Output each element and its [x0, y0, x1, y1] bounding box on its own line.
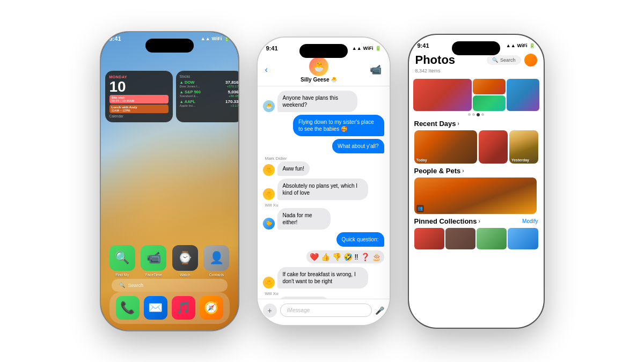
- stock-aapl-val: 170.33: [225, 99, 238, 104]
- dock-mail[interactable]: ✉️: [144, 296, 167, 320]
- msg-bubble-4: Aww fun!: [277, 161, 310, 176]
- app-facetime-label: FaceTime: [145, 273, 162, 277]
- msg-row-8: 🐥 If cake for breakfast is wrong, I don'…: [263, 267, 384, 289]
- msg-row-1: 🐣 Anyone have plans this weekend?: [263, 91, 384, 112]
- tapback-emojis: ❤️👍👎🤣‼️❓🎂: [306, 250, 384, 263]
- conversation-info[interactable]: 🐣 Silly Geese 🐣: [301, 57, 337, 83]
- pinned-collections-section: Pinned Collections › Modify: [409, 217, 544, 249]
- featured-thumb-3[interactable]: [473, 95, 506, 111]
- stock-sp-sub: Standard &...: [180, 94, 201, 98]
- video-call-button[interactable]: 📹: [370, 64, 382, 76]
- featured-thumb-4[interactable]: [507, 79, 539, 111]
- msg-bubble-7: Quick question:: [336, 232, 384, 247]
- msg-row-3: What about y'all?: [263, 139, 384, 153]
- photos-title: Photos: [415, 53, 456, 67]
- stock-dow-name: ▲ DOW: [180, 80, 200, 85]
- photos-search-label: Search: [500, 57, 516, 63]
- msg-bubble-5: Absolutely no plans yet, which I kind of…: [277, 179, 369, 200]
- cal-event-2: Lunch with Andy 11AM – 12PM: [109, 105, 169, 113]
- back-button[interactable]: ‹: [265, 65, 268, 75]
- sender-will2: Will Xu: [263, 291, 279, 296]
- recent-yesterday[interactable]: Yesterday: [509, 130, 538, 164]
- dock-compass[interactable]: 🧭: [200, 296, 223, 320]
- app-watch[interactable]: ⌚ Watch: [172, 245, 199, 277]
- cal-event-1: Site visit 10:15 – 10:45AM: [109, 95, 169, 104]
- stock-dow-chg: +570.17: [225, 85, 238, 88]
- featured-thumb-2[interactable]: [473, 79, 506, 94]
- stock-aapl-name: ▲ AAPL: [180, 99, 196, 104]
- user-avatar[interactable]: [524, 54, 537, 67]
- pinned-thumb-3[interactable]: [477, 228, 507, 249]
- msg-bubble-2: Flying down to my sister's place to see …: [293, 115, 384, 136]
- pinned-arrow[interactable]: ›: [479, 218, 480, 224]
- photos-search-button[interactable]: 🔍 Search: [487, 55, 521, 65]
- stock-sp-name: ▲ S&P 500: [180, 90, 201, 94]
- stocks-widget[interactable]: Stocks ▲ DOW Dow Jones I... 37,816 +570.…: [176, 71, 238, 122]
- carousel-dots: [409, 113, 544, 116]
- pinned-thumb-4[interactable]: [508, 228, 538, 249]
- msg-row-2: Flying down to my sister's place to see …: [263, 115, 384, 136]
- app-contacts-label: Contacts: [209, 273, 224, 277]
- msg-bubble-6: Nada for me either!: [277, 208, 331, 230]
- msg-bubble-8: If cake for breakfast is wrong, I don't …: [277, 267, 369, 289]
- people-pets-title: People & Pets: [414, 167, 461, 175]
- people-pets-arrow[interactable]: ›: [462, 168, 464, 174]
- app-findmy[interactable]: 🔍 Find My: [109, 245, 136, 277]
- add-attachment-button[interactable]: +: [263, 304, 277, 317]
- msg-row-4: Mark Didier 🐥 Aww fun!: [263, 156, 384, 176]
- dot-3[interactable]: [477, 113, 480, 116]
- msg-bubble-3: What about y'all?: [332, 139, 384, 153]
- recent-days-section: Recent Days › Today Yesterday: [409, 120, 544, 164]
- avatar-mark2: 🐥: [263, 188, 275, 200]
- group-name: Silly Geese 🐣: [301, 77, 337, 83]
- dynamic-island-1: [145, 39, 194, 53]
- featured-thumb-1[interactable]: [413, 79, 472, 111]
- calendar-widget[interactable]: MONDAY 10 Site visit 10:15 – 10:45AM Lun…: [105, 71, 173, 122]
- pinned-thumb-2[interactable]: [445, 228, 475, 249]
- group-avatar: 🐣: [309, 57, 328, 76]
- avatar-mark3: 🐥: [263, 277, 275, 289]
- phone-home: 9:41 ▲▲ WiFi 🔋 MONDAY 10 Site visit 10:1…: [100, 31, 239, 331]
- dock-music[interactable]: 🎵: [172, 296, 195, 320]
- stock-sp-chg: +80.48: [228, 94, 238, 98]
- recent-days-arrow[interactable]: ›: [458, 121, 459, 127]
- app-facetime[interactable]: 📹 FaceTime: [141, 245, 167, 277]
- status-icons-3: ▲▲ WiFi 🔋: [506, 43, 535, 48]
- dock-phone[interactable]: 📞: [116, 296, 140, 320]
- people-icon: 👥: [416, 205, 424, 212]
- stock-dow-sub: Dow Jones I...: [180, 85, 200, 88]
- recent-days-title: Recent Days: [414, 120, 456, 128]
- phone-messages: 9:41 ▲▲ WiFi 🔋 ‹ 🐣 Silly Geese 🐣 📹 🐣 Any: [257, 36, 391, 326]
- phone-photos: 9:41 ▲▲ WiFi 🔋 Photos 🔍 Search 8,342 Ite…: [408, 34, 545, 329]
- avatar-mark: 🐥: [263, 164, 275, 176]
- dot-1[interactable]: [468, 113, 471, 116]
- msg-bubble-1: Anyone have plans this weekend?: [277, 91, 357, 112]
- dot-4[interactable]: [481, 113, 484, 116]
- pinned-modify-button[interactable]: Modify: [522, 218, 538, 224]
- people-wide-thumb[interactable]: 👥: [414, 178, 537, 214]
- dot-2[interactable]: [472, 113, 475, 116]
- avatar-will: 🐤: [263, 218, 275, 230]
- message-input-bar: + iMessage 🎤: [258, 299, 390, 325]
- msg-row-6: Will Xu 🐤 Nada for me either!: [263, 203, 384, 230]
- microphone-icon[interactable]: 🎤: [375, 306, 384, 315]
- pinned-thumbs: [414, 228, 538, 249]
- app-contacts[interactable]: 👤 Contacts: [203, 245, 230, 277]
- photos-count: 8,342 Items: [415, 68, 537, 73]
- app-watch-label: Watch: [180, 273, 191, 277]
- msg-row-9: Will Xu 🐤 Haha I second that: [263, 291, 384, 299]
- pinned-thumb-1[interactable]: [414, 228, 444, 249]
- dynamic-island-3: [452, 41, 500, 55]
- stocks-label: Stocks: [180, 75, 238, 78]
- status-icons-2: ▲▲ WiFi 🔋: [352, 46, 381, 51]
- status-time-1: 9:41: [109, 35, 121, 42]
- search-icon-photos: 🔍: [492, 57, 498, 63]
- home-search[interactable]: 🔍 Search: [112, 279, 228, 292]
- recent-thumb-2[interactable]: [479, 130, 508, 164]
- messages-list: 🐣 Anyone have plans this weekend? Flying…: [258, 86, 390, 299]
- avatar-1: 🐣: [263, 100, 275, 112]
- sender-will: Will Xu: [263, 203, 279, 208]
- message-input-field[interactable]: iMessage: [280, 304, 372, 317]
- tapback-row: ❤️👍👎🤣‼️❓🎂: [263, 249, 384, 264]
- recent-today[interactable]: Today: [414, 130, 478, 164]
